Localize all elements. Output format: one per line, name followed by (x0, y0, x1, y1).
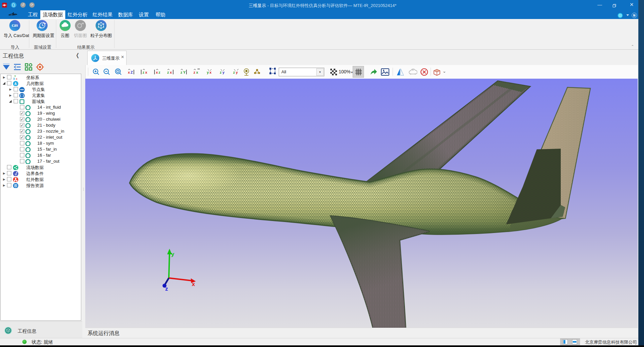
svg-text:z: z (193, 70, 195, 74)
svg-text:x: x (128, 70, 130, 74)
svg-text:z: z (220, 70, 222, 74)
svg-text:x: x (196, 70, 198, 74)
svg-text:Y: Y (14, 75, 16, 77)
svg-text:y: y (171, 251, 174, 257)
svg-text:z: z (143, 70, 145, 74)
svg-text:z: z (159, 70, 161, 74)
svg-text:Z: Z (131, 70, 133, 74)
svg-text:y: y (207, 70, 209, 74)
svg-text:x: x (170, 70, 172, 74)
svg-text:y: y (222, 70, 225, 74)
svg-text:x: x (156, 70, 158, 74)
svg-text:y: y (236, 70, 238, 74)
svg-text:x: x (192, 281, 195, 287)
svg-text:x: x (145, 70, 148, 74)
svg-text:Y: Y (183, 70, 186, 74)
svg-text:z: z (165, 286, 168, 292)
svg-text:z: z (180, 70, 182, 74)
svg-text:z: z (233, 70, 235, 74)
svg-text:x: x (16, 78, 17, 80)
svg-text:A: A (14, 82, 17, 86)
svg-text:z: z (167, 70, 169, 74)
svg-text:x: x (209, 70, 212, 74)
